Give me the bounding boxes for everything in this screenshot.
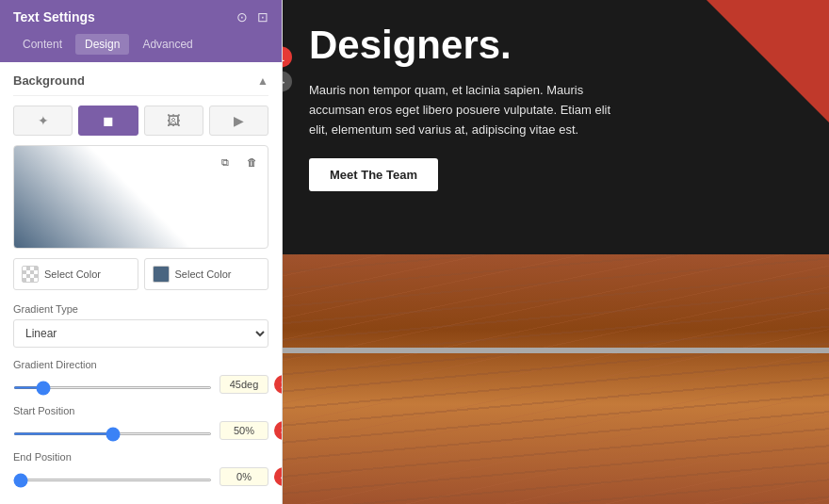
start-position-slider-wrapper: [13, 422, 212, 439]
meet-team-button[interactable]: Meet The Team: [309, 158, 438, 191]
end-position-value-wrap: 0% 4: [219, 467, 268, 486]
gradient-type-label: Gradient Type: [13, 303, 268, 315]
settings-icon[interactable]: ⊙: [236, 9, 248, 24]
color-selector-1[interactable]: Select Color: [13, 258, 138, 290]
gradient-type-field: Gradient Type Linear Radial: [13, 303, 268, 348]
gradient-direction-field: Gradient Direction 45deg 2: [13, 359, 268, 394]
section-collapse-icon[interactable]: ▲: [257, 74, 268, 88]
color-select-label-2: Select Color: [175, 268, 232, 280]
gradient-direction-value[interactable]: 45deg: [219, 375, 268, 394]
color-swatch-1: [22, 266, 39, 283]
panel-tabs: Content Design Advanced: [0, 34, 282, 62]
bg-type-image[interactable]: 🖼: [144, 106, 203, 136]
gradient-direction-slider-wrapper: [13, 376, 212, 393]
background-section-title: Background: [13, 73, 85, 88]
video-icon: ▶: [234, 113, 244, 128]
gradient-direction-value-wrap: 45deg 2: [219, 375, 268, 394]
panel-title: Text Settings: [13, 9, 95, 24]
tab-content[interactable]: Content: [13, 34, 72, 55]
divider-badge-1[interactable]: 1: [283, 47, 292, 68]
delete-preview-button[interactable]: 🗑: [241, 152, 262, 172]
background-section-header: Background ▲: [13, 62, 268, 96]
start-position-slider-row: 50% 3: [13, 421, 268, 440]
end-position-slider-row: 0% 4: [13, 467, 268, 486]
bg-type-color[interactable]: ◼: [78, 106, 138, 136]
divider-arrows-icon[interactable]: ↔: [283, 72, 292, 92]
bg-type-video[interactable]: ▶: [209, 106, 268, 136]
end-position-label: End Position: [13, 451, 268, 463]
settings-panel: Text Settings ⊙ ⊡ Content Design Advance…: [0, 0, 283, 504]
bg-type-pattern[interactable]: ✦: [13, 106, 73, 136]
panel-header: Text Settings ⊙ ⊡: [0, 0, 282, 34]
wood-floor: [283, 254, 829, 504]
preview-bottom: [283, 254, 829, 504]
panel-header-actions: ⊙ ⊡: [236, 9, 268, 24]
start-position-slider[interactable]: [13, 432, 212, 435]
image-icon: 🖼: [167, 113, 180, 128]
color-icon: ◼: [103, 113, 114, 128]
panel-body: Background ▲ ✦ ◼ 🖼 ▶ ⧉ 🗑: [0, 62, 282, 504]
badge-4: 4: [274, 467, 282, 486]
preview-actions: ⧉ 🗑: [215, 152, 262, 172]
bg-type-row: ✦ ◼ 🖼 ▶: [13, 106, 268, 136]
badge-3: 3: [274, 421, 282, 440]
preview-description: Mauris non tempor quam, et lacinia sapie…: [309, 81, 629, 139]
end-position-field: End Position 0% 4: [13, 451, 268, 486]
end-position-value[interactable]: 0%: [219, 467, 268, 486]
tab-advanced[interactable]: Advanced: [133, 34, 202, 55]
color-select-label-1: Select Color: [44, 268, 101, 280]
preview-panel: Designers. Mauris non tempor quam, et la…: [283, 0, 829, 504]
copy-preview-button[interactable]: ⧉: [215, 152, 236, 172]
pattern-icon: ✦: [38, 113, 49, 128]
divider-handle: 1 ↔: [283, 47, 292, 208]
color-selectors: Select Color Select Color: [13, 258, 268, 290]
metal-strip: [283, 348, 829, 353]
end-position-slider-wrapper: [13, 468, 212, 485]
badge-2: 2: [274, 375, 282, 394]
start-position-label: Start Position: [13, 405, 268, 416]
color-selector-2[interactable]: Select Color: [144, 258, 269, 290]
gradient-direction-label: Gradient Direction: [13, 359, 268, 370]
gradient-preview: ⧉ 🗑: [13, 145, 268, 249]
color-swatch-2: [153, 266, 170, 283]
expand-icon[interactable]: ⊡: [257, 9, 268, 24]
start-position-field: Start Position 50% 3: [13, 405, 268, 440]
preview-top: Designers. Mauris non tempor quam, et la…: [283, 0, 829, 254]
gradient-direction-slider-row: 45deg 2: [13, 375, 268, 394]
triangle-decoration: [707, 0, 829, 122]
gradient-type-select[interactable]: Linear Radial: [13, 319, 268, 348]
tab-design[interactable]: Design: [75, 34, 129, 55]
end-position-slider[interactable]: [13, 479, 212, 481]
start-position-value[interactable]: 50%: [219, 421, 268, 440]
gradient-direction-slider[interactable]: [13, 386, 212, 389]
start-position-value-wrap: 50% 3: [219, 421, 268, 440]
